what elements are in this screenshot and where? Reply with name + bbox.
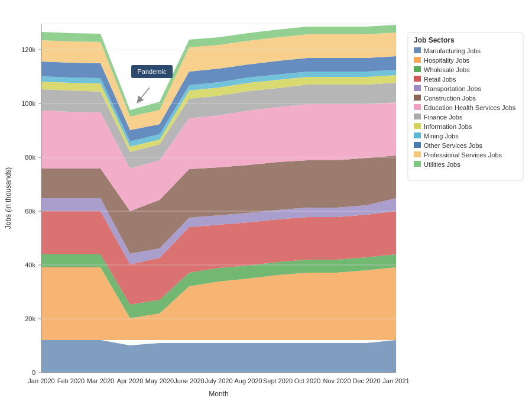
y-axis-label: Jobs (in thousands) bbox=[4, 167, 12, 229]
svg-text:Nov 2020: Nov 2020 bbox=[323, 377, 351, 384]
legend-finance-label: Finance Jobs bbox=[424, 114, 463, 121]
x-axis-label: Month bbox=[209, 390, 228, 398]
legend-hospitality-swatch bbox=[414, 57, 421, 63]
legend-wholesale-label: Wholesale Jobs bbox=[424, 66, 470, 73]
svg-text:June 2020: June 2020 bbox=[174, 377, 204, 384]
legend-edu-health-swatch bbox=[414, 104, 421, 110]
chart-container: 0 20k 40k 60k 80k 100k 120k Jan bbox=[0, 0, 532, 414]
legend-mining-swatch bbox=[414, 132, 421, 138]
legend-utilities-swatch bbox=[414, 161, 421, 167]
svg-text:Jan 2021: Jan 2021 bbox=[382, 377, 409, 384]
legend-edu-health-label: Education Health Services Jobs bbox=[424, 104, 516, 111]
legend-transportation-label: Transportation Jobs bbox=[424, 85, 481, 92]
svg-text:Sept 2020: Sept 2020 bbox=[263, 377, 293, 384]
legend-mining-label: Mining Jobs bbox=[424, 132, 459, 140]
svg-text:0: 0 bbox=[32, 369, 35, 376]
svg-text:80k: 80k bbox=[25, 154, 35, 161]
legend-manufacturing-label: Manufacturing Jobs bbox=[424, 47, 481, 54]
legend-professional-label: Professional Services Jobs bbox=[424, 151, 502, 159]
svg-text:20k: 20k bbox=[25, 315, 35, 322]
svg-text:120k: 120k bbox=[21, 46, 35, 53]
svg-text:Jan 2020: Jan 2020 bbox=[28, 377, 54, 384]
legend-wholesale-swatch bbox=[414, 66, 421, 72]
svg-text:May 2020: May 2020 bbox=[145, 377, 174, 384]
legend-information-swatch bbox=[414, 123, 421, 129]
legend-construction-swatch bbox=[414, 95, 421, 101]
svg-text:July 2020: July 2020 bbox=[205, 377, 232, 384]
svg-text:Aug 2020: Aug 2020 bbox=[234, 377, 262, 384]
legend-professional-swatch bbox=[414, 151, 421, 157]
legend-utilities-label: Utilities Jobs bbox=[424, 161, 460, 168]
y-axis: 0 20k 40k 60k 80k 100k 120k bbox=[21, 46, 41, 376]
svg-text:Feb 2020: Feb 2020 bbox=[57, 377, 85, 384]
legend-hospitality-label: Hospitality Jobs bbox=[424, 57, 470, 64]
svg-text:Mar 2020: Mar 2020 bbox=[87, 377, 114, 384]
svg-text:Dec 2020: Dec 2020 bbox=[352, 377, 380, 384]
legend-information-label: Information Jobs bbox=[424, 123, 472, 130]
legend-retail-swatch bbox=[414, 76, 421, 82]
svg-text:100k: 100k bbox=[21, 100, 35, 107]
svg-text:Oct 2020: Oct 2020 bbox=[294, 377, 321, 384]
x-axis: Jan 2020 Feb 2020 Mar 2020 Apr 2020 May … bbox=[28, 377, 409, 384]
legend-finance-swatch bbox=[414, 114, 421, 119]
pandemic-annotation-text: Pandemic bbox=[138, 68, 167, 75]
legend-retail-label: Retail Jobs bbox=[424, 76, 456, 83]
svg-text:60k: 60k bbox=[25, 208, 35, 215]
legend-manufacturing-swatch bbox=[414, 47, 421, 53]
legend-transportation-swatch bbox=[414, 85, 421, 91]
legend-title: Job Sectors bbox=[414, 36, 455, 44]
legend-other-services-label: Other Services Jobs bbox=[424, 142, 483, 149]
manufacturing-area bbox=[41, 340, 396, 373]
legend-other-services-swatch bbox=[414, 142, 421, 148]
legend-construction-label: Construction Jobs bbox=[424, 95, 476, 102]
svg-text:40k: 40k bbox=[25, 261, 35, 269]
svg-text:Apr 2020: Apr 2020 bbox=[117, 377, 144, 384]
